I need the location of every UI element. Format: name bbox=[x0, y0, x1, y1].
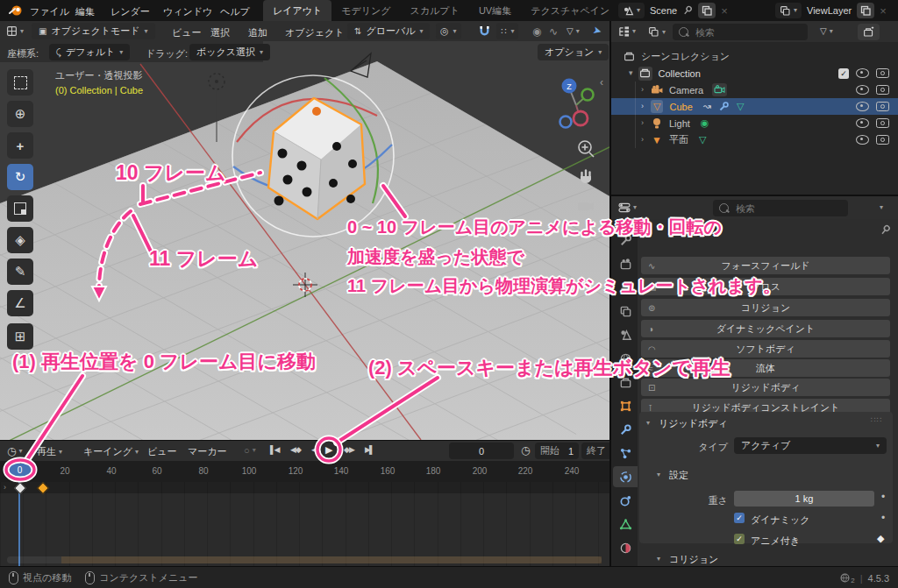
mode-selector[interactable]: ▣ オブジェクトモード▾ bbox=[32, 23, 155, 39]
current-frame-field[interactable]: 0 bbox=[449, 443, 514, 459]
animated-checkbox[interactable]: ✓ bbox=[734, 534, 745, 544]
animate-dot-icon[interactable]: • bbox=[881, 491, 885, 503]
outliner-row-collection[interactable]: ▾ Collection ✓ bbox=[611, 65, 898, 81]
outliner-row-camera[interactable]: › Camera bbox=[611, 81, 898, 98]
coord-dropdown[interactable]: ⤹ デフォルト▾ bbox=[49, 44, 130, 60]
tool-add-cube[interactable]: ⊞ bbox=[7, 323, 33, 350]
next-keyframe-button[interactable]: ◆▶ bbox=[344, 445, 354, 454]
panel-collapse-icon[interactable]: ▾ bbox=[657, 556, 660, 563]
tool-measure[interactable]: ∠ bbox=[7, 290, 33, 316]
tool-scale[interactable] bbox=[7, 195, 33, 222]
workspace-tab-uv[interactable]: UV編集 bbox=[469, 0, 521, 21]
menu-add[interactable]: 追加 bbox=[248, 26, 267, 39]
menu-window[interactable]: ウィンドウ bbox=[163, 5, 212, 18]
menu-view-timeline[interactable]: ビュー bbox=[147, 445, 177, 458]
dynamic-checkbox[interactable]: ✓ bbox=[734, 513, 745, 523]
collision-panel-title[interactable]: コリジョン bbox=[669, 553, 718, 566]
pin-icon[interactable] bbox=[877, 222, 893, 237]
workspace-tab-modeling[interactable]: モデリング bbox=[331, 0, 400, 21]
jump-to-end-button[interactable]: ▶▌ bbox=[365, 445, 373, 454]
collapse-arrow-icon[interactable]: › bbox=[641, 86, 644, 94]
transform-orientation[interactable]: ⇅ グローバル▾ bbox=[347, 23, 430, 39]
tool-annotate[interactable]: ✎ bbox=[7, 259, 33, 285]
scene-selector[interactable]: ▾ Scene × bbox=[618, 2, 728, 19]
play-button[interactable]: ▶ bbox=[325, 444, 332, 456]
menu-select[interactable]: 選択 bbox=[210, 26, 230, 39]
play-reverse-button[interactable]: ◀ bbox=[311, 445, 317, 454]
collapse-arrow-icon[interactable]: › bbox=[641, 136, 644, 144]
snap-magnet-toggle[interactable] bbox=[478, 25, 491, 38]
outliner-row-cube[interactable]: › ▽ Cube ↝ ▽ bbox=[611, 98, 898, 115]
frame-start-field[interactable]: 開始1 bbox=[535, 443, 579, 459]
menu-marker[interactable]: マーカー bbox=[188, 445, 227, 458]
render-visibility-icon[interactable] bbox=[876, 68, 889, 78]
pin-icon[interactable] bbox=[681, 4, 695, 18]
new-collection-button[interactable] bbox=[858, 24, 880, 40]
render-visibility-icon[interactable] bbox=[876, 118, 889, 128]
collapse-arrow-icon[interactable]: › bbox=[641, 103, 644, 110]
menu-view[interactable]: ビュー bbox=[172, 26, 202, 39]
modifier-wrench-icon[interactable] bbox=[718, 101, 730, 112]
properties-search-input[interactable] bbox=[734, 202, 834, 215]
properties-tab-constraints[interactable] bbox=[613, 490, 638, 511]
eye-icon[interactable] bbox=[856, 135, 869, 145]
blender-logo-icon[interactable] bbox=[8, 4, 23, 18]
menu-file[interactable]: ファイル bbox=[30, 5, 69, 18]
properties-tab-data[interactable] bbox=[613, 514, 638, 535]
tool-select-box[interactable] bbox=[7, 69, 33, 96]
workspace-tab-texpaint[interactable]: テクスチャペイント bbox=[521, 0, 612, 21]
animate-dot-icon[interactable]: • bbox=[881, 512, 885, 524]
type-dropdown[interactable]: アクティブ▾ bbox=[734, 437, 887, 454]
panel-drag-dots-icon[interactable]: ∷∷ bbox=[871, 415, 882, 424]
expand-arrow-icon[interactable]: ▾ bbox=[629, 69, 633, 77]
properties-tab-material[interactable] bbox=[613, 537, 638, 558]
auto-keying-toggle[interactable]: ○▾ bbox=[244, 445, 256, 456]
render-visibility-icon[interactable] bbox=[876, 85, 889, 95]
copy-icon[interactable] bbox=[860, 5, 871, 16]
light-data-icon[interactable]: ◉ bbox=[701, 117, 709, 129]
outliner-row-light[interactable]: › Light ◉ bbox=[611, 115, 898, 131]
eye-icon[interactable] bbox=[856, 102, 869, 111]
copy-icon[interactable] bbox=[702, 5, 712, 16]
current-frame-indicator[interactable]: 0 bbox=[8, 464, 32, 477]
collision-button[interactable]: ⊚コリジョン bbox=[641, 299, 890, 316]
menu-playback[interactable]: 再生▾ bbox=[37, 445, 62, 458]
eye-icon[interactable] bbox=[856, 68, 869, 78]
proportional-edit-button[interactable]: ∷▾ bbox=[496, 23, 518, 39]
editor-divider-horizontal[interactable] bbox=[611, 195, 898, 196]
close-icon[interactable]: × bbox=[721, 4, 728, 18]
collapse-arrow-icon[interactable]: › bbox=[641, 119, 644, 127]
menu-keying[interactable]: キーイング▾ bbox=[83, 445, 139, 458]
render-visibility-icon[interactable] bbox=[876, 102, 889, 111]
outliner-search[interactable] bbox=[673, 24, 808, 40]
exclude-checkbox[interactable]: ✓ bbox=[838, 68, 849, 79]
timeline-tracks[interactable] bbox=[0, 482, 611, 567]
prev-keyframe-button[interactable]: ◀◆ bbox=[290, 445, 301, 454]
rigid-body-panel-title[interactable]: リジッドボディ bbox=[659, 417, 728, 430]
options-dropdown[interactable]: オプション▾ bbox=[538, 44, 609, 60]
outliner-row-plane[interactable]: › ▼ 平面 ▽ bbox=[611, 131, 898, 148]
workspace-tab-sculpting[interactable]: スカルプト bbox=[401, 0, 469, 21]
viewlayer-name[interactable]: ViewLayer bbox=[807, 5, 852, 16]
eye-icon[interactable] bbox=[856, 118, 869, 128]
rigid-body-button[interactable]: ⊡リジッドボディ bbox=[641, 379, 890, 396]
proportional-falloff-icon[interactable]: ◉ bbox=[532, 25, 541, 38]
properties-search[interactable] bbox=[713, 200, 848, 216]
menu-object[interactable]: オブジェクト bbox=[285, 26, 345, 39]
outliner-editor-type-button[interactable]: ▾ bbox=[618, 26, 636, 37]
menu-render[interactable]: レンダー bbox=[110, 5, 150, 18]
section-collapse-icon[interactable]: ▾ bbox=[657, 471, 660, 478]
properties-tab-render[interactable] bbox=[613, 253, 638, 274]
playhead-line[interactable] bbox=[18, 462, 20, 567]
filter-button[interactable]: ▽▾ bbox=[567, 26, 580, 36]
tool-cursor[interactable]: ⊕ bbox=[7, 101, 33, 127]
workspace-tab-layout[interactable]: レイアウト bbox=[263, 0, 331, 21]
properties-tab-modifiers[interactable] bbox=[613, 419, 638, 440]
settings-section-title[interactable]: 設定 bbox=[669, 469, 688, 482]
menu-edit[interactable]: 編集 bbox=[75, 5, 95, 18]
scene-name[interactable]: Scene bbox=[650, 5, 677, 16]
properties-editor-type-button[interactable]: ▾ bbox=[618, 202, 637, 213]
outliner-search-input[interactable] bbox=[694, 26, 794, 39]
panel-collapse-icon[interactable]: ▾ bbox=[646, 420, 650, 427]
jump-to-start-button[interactable]: ▌◀ bbox=[270, 445, 278, 454]
